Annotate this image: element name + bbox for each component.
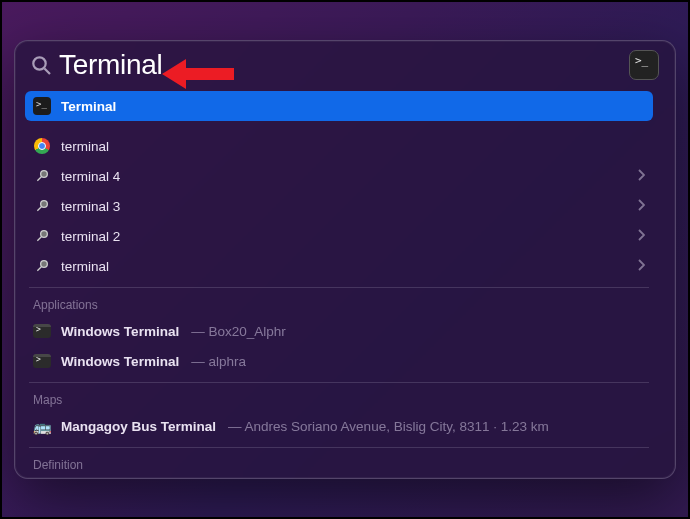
divider	[29, 382, 649, 383]
svg-point-7	[41, 231, 48, 238]
chevron-right-icon	[637, 229, 645, 244]
result-label: Windows Terminal	[61, 354, 179, 369]
divider	[29, 287, 649, 288]
section-header-definition: Definition	[25, 450, 653, 476]
svg-line-4	[37, 177, 41, 181]
result-suggestion[interactable]: terminal	[25, 131, 653, 161]
divider	[29, 447, 649, 448]
chevron-right-icon	[637, 169, 645, 184]
result-label: terminal	[61, 259, 109, 274]
result-label: terminal 4	[61, 169, 120, 184]
section-header-maps: Maps	[25, 385, 653, 411]
svg-point-1	[33, 57, 45, 69]
chrome-icon	[33, 137, 51, 155]
top-hit-app-icon: >_	[629, 50, 659, 80]
terminal-icon: >_	[33, 97, 51, 115]
result-label: Terminal	[61, 99, 116, 114]
svg-line-8	[37, 237, 41, 241]
svg-line-6	[37, 207, 41, 211]
result-top-hit[interactable]: >_ Terminal	[25, 91, 653, 121]
search-icon	[29, 53, 53, 77]
result-detail: — Box20_Alphr	[191, 324, 286, 339]
result-application[interactable]: Windows Terminal — Box20_Alphr	[25, 316, 653, 346]
result-label: Windows Terminal	[61, 324, 179, 339]
svg-line-10	[37, 267, 41, 271]
spotlight-window: >_ >_ Terminal terminal terminal 4	[14, 40, 676, 479]
search-suggestion-icon	[33, 197, 51, 215]
result-detail: — alphra	[191, 354, 246, 369]
svg-point-5	[41, 201, 48, 208]
bus-icon: 🚌	[33, 417, 51, 435]
result-map[interactable]: 🚌 Mangagoy Bus Terminal — Andres Soriano…	[25, 411, 653, 441]
result-detail: — New Oxford American Dictionary 1. of, …	[133, 476, 645, 478]
windows-terminal-icon	[33, 322, 51, 340]
result-label: terminal 3	[61, 199, 120, 214]
result-application[interactable]: Windows Terminal — alphra	[25, 346, 653, 376]
search-suggestion-icon	[33, 257, 51, 275]
result-suggestion[interactable]: terminal	[25, 251, 653, 281]
search-suggestion-icon	[33, 227, 51, 245]
result-suggestion[interactable]: terminal 3	[25, 191, 653, 221]
svg-point-9	[41, 261, 48, 268]
svg-point-3	[41, 171, 48, 178]
chevron-right-icon	[637, 259, 645, 274]
search-input[interactable]	[59, 49, 623, 81]
search-header: >_	[15, 41, 675, 91]
chevron-right-icon	[637, 199, 645, 214]
result-suggestion[interactable]: terminal 2	[25, 221, 653, 251]
result-definition[interactable]: ter·mi·nal — New Oxford American Diction…	[25, 476, 653, 478]
results-list[interactable]: >_ Terminal terminal terminal 4	[25, 91, 659, 478]
windows-terminal-icon	[33, 352, 51, 370]
result-suggestion[interactable]: terminal 4	[25, 161, 653, 191]
result-label: terminal 2	[61, 229, 120, 244]
section-header-applications: Applications	[25, 290, 653, 316]
search-suggestion-icon	[33, 167, 51, 185]
result-detail: — Andres Soriano Avenue, Bislig City, 83…	[228, 419, 549, 434]
svg-line-2	[45, 69, 51, 75]
result-label: Mangagoy Bus Terminal	[61, 419, 216, 434]
result-label: terminal	[61, 139, 109, 154]
